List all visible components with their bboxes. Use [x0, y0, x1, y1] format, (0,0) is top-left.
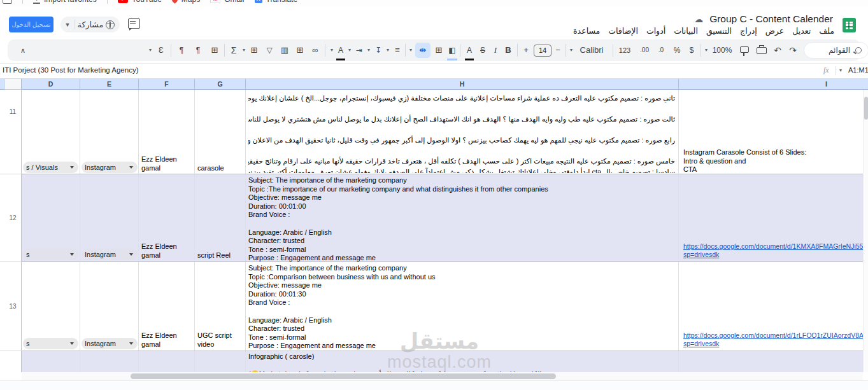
dropdown-icon[interactable]: ▾ [329, 39, 335, 61]
column-header-g[interactable]: G [195, 79, 246, 90]
column-header-f[interactable]: F [139, 79, 195, 90]
sheet-direction-icon[interactable]: ⊞ [209, 39, 220, 61]
row-header-12[interactable]: 12 [4, 174, 22, 261]
row-header-11[interactable]: 11 [4, 90, 22, 174]
column-header-partial[interactable] [0, 79, 4, 90]
dropdown-chip-platform[interactable]: Instagram [82, 338, 138, 349]
insert-cells-icon[interactable]: ⊞ [294, 39, 306, 61]
cell-content-brief[interactable]: Subject: The importance of the marketing… [248, 176, 675, 263]
font-name-select[interactable]: Calibri [576, 39, 608, 61]
sign-in-button[interactable]: تسجيل الدخول [9, 17, 53, 32]
merge-cells-icon[interactable]: ⇹ [415, 43, 430, 58]
bookmark-gmail[interactable]: M Gmail [210, 0, 244, 4]
name-box-dropdown-icon[interactable]: ▾ [839, 67, 842, 73]
text-direction-ltr-icon[interactable]: ¶ [176, 39, 187, 61]
menu-edit[interactable]: تعديل [792, 26, 811, 36]
share-button[interactable]: ▼ مشاركة [60, 17, 120, 32]
dropdown-icon[interactable]: ▾ [366, 39, 372, 61]
dropdown-icon[interactable]: ▾ [408, 39, 414, 61]
cell-doc-link[interactable]: https://docs.google.com/document/d/1KMXA… [683, 242, 866, 259]
font-dropdown-icon[interactable]: ▾ [568, 39, 574, 61]
name-box[interactable]: A1:M1 [848, 66, 868, 74]
cell-owner[interactable]: Ezz Eldeen gamal [141, 155, 177, 172]
bold-icon[interactable]: B [503, 39, 513, 61]
number-format-button[interactable]: 123 [616, 39, 633, 61]
zoom-dropdown-icon[interactable]: ▾ [703, 39, 709, 61]
menu-format[interactable]: التنسيق [706, 26, 732, 36]
text-color-icon[interactable]: A [336, 42, 345, 60]
cell-format[interactable]: script Reel [197, 251, 231, 260]
cell-owner[interactable]: Ezz Eldeen gamal [141, 331, 177, 349]
text-direction-rtl-icon[interactable]: ¶ [192, 39, 204, 61]
cell-content-infographic[interactable]: Infographic ( carosle) [248, 352, 314, 361]
dropdown-chip-type[interactable]: s / Visuals [23, 162, 78, 173]
row-header-14[interactable] [4, 351, 22, 372]
column-header-h[interactable]: H [246, 79, 679, 90]
cell-format[interactable]: UGC script video [197, 331, 232, 349]
comment-history-button[interactable] [128, 18, 140, 29]
column-header-i[interactable]: I [679, 79, 868, 90]
menu-help[interactable]: مساعدة [573, 26, 600, 36]
dropdown-icon[interactable]: ▾ [146, 39, 154, 61]
bookmark-youtube[interactable]: YouTube [118, 0, 162, 4]
insert-link-icon[interactable]: ∞ [309, 39, 321, 61]
dropdown-icon[interactable]: ▾ [241, 39, 247, 61]
dropdown-chip-type[interactable]: s [23, 249, 78, 260]
document-title[interactable]: Group C - Content Calender [709, 13, 833, 25]
vertical-align-icon[interactable]: ↧ [373, 39, 383, 61]
menu-extensions[interactable]: الإضافات [608, 26, 638, 36]
italic-icon[interactable]: I [490, 39, 501, 61]
menu-data[interactable]: البيانات [674, 26, 698, 36]
cell-owner[interactable]: Ezz Eldeen gamal [141, 242, 177, 260]
undo-icon[interactable]: ↶ [772, 39, 783, 61]
reading-list-icon[interactable] [3, 0, 12, 4]
borders-icon[interactable]: ⊞ [433, 39, 445, 61]
column-header-e[interactable]: E [80, 79, 139, 90]
percent-format-button[interactable]: % [671, 39, 683, 61]
menu-view[interactable]: عرض [765, 26, 784, 36]
vertical-scrollbar[interactable] [863, 90, 868, 372]
horizontal-scrollbar[interactable] [22, 372, 863, 380]
font-size-field[interactable]: 14 [534, 45, 551, 57]
grid-corner[interactable] [4, 79, 22, 90]
menu-file[interactable]: ملف [819, 26, 834, 36]
sum-functions-icon[interactable]: Σ [228, 39, 239, 61]
dropdown-chip-platform[interactable]: Instagram [82, 249, 138, 260]
filter-icon[interactable]: ▽ [264, 39, 275, 61]
bookmark-translate[interactable]: A Translate [255, 0, 298, 4]
cell-content-arabic[interactable]: تاني صوره : تصميم مكتوب عليه التعرف ده ع… [248, 93, 675, 173]
dropdown-icon[interactable]: ▾ [385, 39, 391, 61]
collapse-toolbar-icon[interactable]: ∧ [17, 39, 29, 61]
dropdown-chip-platform[interactable]: Instagram [82, 162, 138, 173]
zoom-level[interactable]: 100% [711, 39, 734, 61]
redo-icon[interactable]: ↷ [787, 39, 799, 61]
menus-search-button[interactable]: القوائم [804, 42, 868, 59]
bookmark-import-favorites[interactable]: ↓ Import favorites [33, 0, 97, 4]
formula-input[interactable]: ITI Porject (30 Post for Marketing Agenc… [3, 66, 138, 74]
pivot-table-icon[interactable]: ⊞ [248, 39, 260, 61]
cell-doc-link[interactable]: https://docs.google.com/document/d/1rLFO… [683, 331, 866, 348]
functions-icon[interactable]: Ɛ [155, 39, 167, 61]
paint-format-icon[interactable] [740, 46, 749, 53]
menu-insert[interactable]: إدراج [740, 26, 757, 36]
decrease-decimal-button[interactable]: .0 [655, 39, 667, 61]
sheets-logo[interactable] [843, 18, 856, 32]
horizontal-align-icon[interactable]: ⇥ [354, 39, 364, 61]
share-dropdown-arrow[interactable]: ▼ [60, 22, 75, 28]
vertical-scrollbar-thumb[interactable] [864, 97, 868, 120]
horizontal-scrollbar-thumb[interactable] [131, 373, 556, 379]
menu-tools[interactable]: أدوات [646, 26, 665, 36]
insert-chart-icon[interactable]: ▥ [279, 39, 290, 61]
strikethrough-icon[interactable]: S [478, 39, 488, 61]
dropdown-icon[interactable]: ▾ [346, 39, 353, 61]
bookmark-maps[interactable]: Maps [172, 0, 200, 4]
currency-format-button[interactable]: $ [687, 39, 697, 61]
cell-notes[interactable]: Instagram Carasole Consist of 6 Slides: … [683, 148, 863, 174]
increase-font-size-button[interactable]: + [521, 39, 531, 61]
cell-format[interactable]: carasole [197, 164, 224, 173]
print-icon[interactable] [757, 47, 767, 54]
increase-decimal-button[interactable]: .00 [637, 39, 652, 61]
fill-color-icon[interactable]: ◧ [447, 42, 457, 60]
row-header-13[interactable]: 13 [4, 262, 22, 351]
column-header-d[interactable]: D [22, 79, 80, 90]
